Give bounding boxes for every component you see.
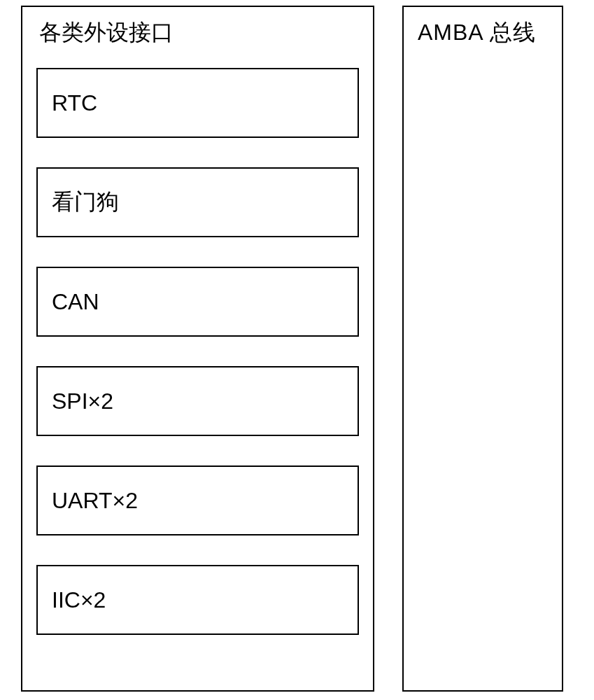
peripheral-item-uart: UART×2 (36, 465, 359, 536)
left-panel-title: 各类外设接口 (39, 18, 359, 48)
item-label: CAN (52, 289, 99, 315)
peripheral-item-spi: SPI×2 (36, 366, 359, 436)
peripheral-item-can: CAN (36, 267, 359, 337)
item-label: RTC (52, 90, 97, 116)
right-panel-title: AMBA 总线 (418, 18, 548, 48)
peripheral-item-watchdog: 看门狗 (36, 167, 359, 237)
peripheral-item-iic: IIC×2 (36, 565, 359, 635)
item-label: UART×2 (52, 488, 138, 514)
item-label: IIC×2 (52, 587, 106, 613)
amba-bus-panel: AMBA 总线 (402, 6, 563, 692)
peripheral-item-rtc: RTC (36, 68, 359, 138)
item-label: SPI×2 (52, 388, 113, 414)
item-label: 看门狗 (52, 187, 119, 218)
peripheral-interfaces-panel: 各类外设接口 RTC 看门狗 CAN SPI×2 UART×2 IIC×2 (21, 6, 374, 692)
diagram-root: 各类外设接口 RTC 看门狗 CAN SPI×2 UART×2 IIC×2 AM… (0, 0, 594, 697)
